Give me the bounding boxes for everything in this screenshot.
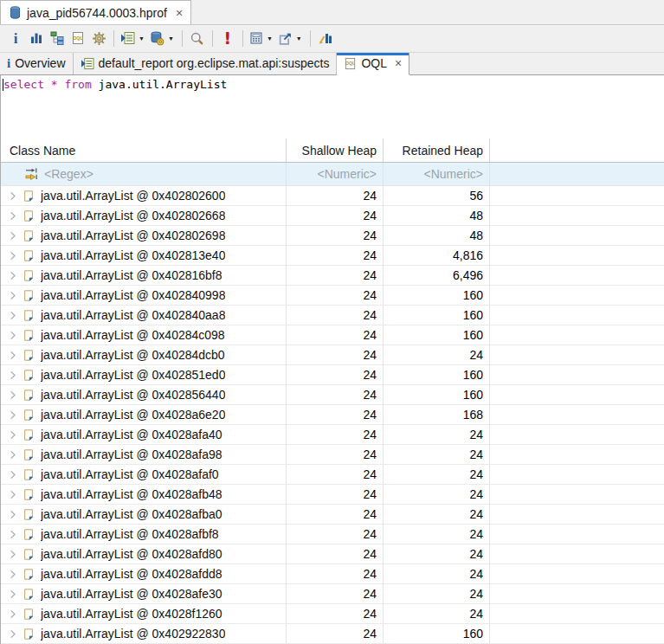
expand-chevron-icon[interactable] — [7, 370, 19, 380]
calculator-button[interactable]: ▼ — [248, 28, 276, 48]
table-row[interactable]: java.util.ArrayList @ 0x4028afdd82424 — [1, 564, 664, 584]
expand-chevron-icon[interactable] — [7, 291, 19, 300]
chevron-down-icon[interactable]: ▼ — [294, 35, 304, 42]
table-row[interactable]: java.util.ArrayList @ 0x4028afa982424 — [1, 445, 664, 465]
chevron-down-icon[interactable]: ▼ — [166, 35, 176, 42]
oql-query-editor[interactable]: select * from java.util.ArrayList — [1, 75, 664, 138]
close-icon[interactable]: × — [176, 6, 183, 20]
class-name-filter-input[interactable]: <Regex> — [44, 167, 93, 181]
tab-oql[interactable]: OQL OQL × — [337, 53, 409, 75]
export-button[interactable]: ▼ — [276, 28, 306, 48]
chevron-down-icon[interactable]: ▼ — [137, 35, 146, 42]
expand-chevron-icon[interactable] — [7, 430, 19, 440]
table-row[interactable]: java.util.ArrayList @ 0x4028afd802424 — [1, 544, 664, 564]
expand-chevron-icon[interactable] — [7, 251, 19, 261]
table-row[interactable]: java.util.ArrayList @ 0x4028afaf02424 — [1, 465, 664, 485]
expand-chevron-icon[interactable] — [7, 589, 19, 599]
heap-dump-database-icon — [9, 6, 22, 19]
search-button[interactable] — [187, 28, 208, 48]
table-body: java.util.ArrayList @ 0x4028026002456jav… — [1, 186, 664, 644]
tab-default-report[interactable]: default_report org.eclipse.mat.api:suspe… — [74, 53, 338, 74]
table-row[interactable]: java.util.ArrayList @ 0x4028a6e2024168 — [1, 405, 664, 425]
expand-chevron-icon[interactable] — [7, 490, 19, 499]
table-row[interactable]: java.util.ArrayList @ 0x40284099824160 — [1, 286, 664, 306]
retained-heap-value: 4,816 — [384, 246, 490, 265]
retained-heap-value: 160 — [384, 624, 490, 643]
expand-chevron-icon[interactable] — [7, 211, 19, 221]
shallow-heap-value: 24 — [287, 584, 384, 603]
table-row[interactable]: java.util.ArrayList @ 0x40292283024160 — [1, 624, 664, 644]
table-row[interactable]: java.util.ArrayList @ 0x4028026982448 — [1, 226, 664, 246]
table-row[interactable]: java.util.ArrayList @ 0x4028afba02424 — [1, 505, 664, 525]
editor-tab-heap-dump[interactable]: java_pid56744.0003.hprof × — [0, 0, 191, 24]
table-row[interactable]: java.util.ArrayList @ 0x4028afa402424 — [1, 425, 664, 445]
expand-chevron-icon[interactable] — [7, 410, 19, 420]
heap-dump-actions-button[interactable]: ▼ — [148, 28, 177, 48]
expand-chevron-icon[interactable] — [7, 390, 19, 400]
svg-text:OQL: OQL — [73, 35, 83, 41]
retained-heap-value: 48 — [384, 206, 490, 225]
retained-heap-filter-input[interactable]: <Numeric> — [384, 163, 490, 185]
shallow-heap-value: 24 — [287, 206, 384, 225]
shallow-heap-value: 24 — [287, 624, 384, 643]
column-header-retained-heap[interactable]: Retained Heap — [384, 138, 490, 162]
table-row[interactable]: java.util.ArrayList @ 0x40285644024160 — [1, 385, 664, 405]
leak-suspects-button[interactable]: ! — [217, 28, 238, 48]
expand-chevron-icon[interactable] — [7, 609, 19, 619]
shallow-heap-value: 24 — [287, 564, 384, 583]
expand-chevron-icon[interactable] — [7, 450, 19, 460]
expand-chevron-icon[interactable] — [7, 311, 19, 320]
tab-overview[interactable]: i Overview — [0, 53, 74, 74]
table-row[interactable]: java.util.ArrayList @ 0x4028026002456 — [1, 186, 664, 206]
chevron-down-icon[interactable]: ▼ — [265, 35, 274, 42]
column-header-shallow-heap[interactable]: Shallow Heap — [287, 138, 384, 162]
expand-chevron-icon[interactable] — [7, 550, 19, 559]
object-label: java.util.ArrayList @ 0x4028afa40 — [41, 428, 222, 441]
retained-heap-value: 160 — [384, 286, 490, 305]
table-row[interactable]: java.util.ArrayList @ 0x402851ed024160 — [1, 365, 664, 385]
object-label: java.util.ArrayList @ 0x4028afa98 — [41, 448, 222, 461]
query-browser-button[interactable]: ▼ — [119, 28, 148, 48]
overview-button[interactable]: i — [5, 28, 26, 48]
expand-chevron-icon[interactable] — [7, 570, 19, 579]
expand-chevron-icon[interactable] — [7, 191, 19, 201]
expand-chevron-icon[interactable] — [7, 530, 19, 539]
expand-chevron-icon[interactable] — [7, 351, 19, 360]
compare-button[interactable] — [315, 28, 336, 48]
table-row[interactable]: java.util.ArrayList @ 0x402813e40244,816 — [1, 246, 664, 266]
oql-button[interactable]: OQL — [68, 28, 88, 48]
object-label: java.util.ArrayList @ 0x402813e40 — [41, 248, 225, 262]
table-row[interactable]: java.util.ArrayList @ 0x4028026682448 — [1, 206, 664, 226]
expert-test-button[interactable] — [88, 28, 109, 48]
dominator-tree-button[interactable] — [47, 28, 68, 48]
expand-chevron-icon[interactable] — [7, 231, 19, 241]
close-icon[interactable]: × — [395, 56, 402, 70]
toolbar-separator — [182, 30, 183, 47]
retained-heap-value: 160 — [384, 385, 490, 404]
histogram-button[interactable] — [26, 28, 47, 48]
table-row[interactable]: java.util.ArrayList @ 0x40284c09824160 — [1, 325, 664, 345]
expand-chevron-icon[interactable] — [7, 331, 19, 340]
object-label: java.util.ArrayList @ 0x402922830 — [41, 627, 225, 641]
expand-chevron-icon[interactable] — [7, 470, 19, 480]
table-row[interactable]: java.util.ArrayList @ 0x4028afbf82424 — [1, 525, 664, 544]
table-row[interactable]: java.util.ArrayList @ 0x402816bf8246,496 — [1, 266, 664, 286]
expand-chevron-icon[interactable] — [7, 271, 19, 280]
object-label: java.util.ArrayList @ 0x4028afe30 — [41, 587, 222, 601]
column-header-class-name[interactable]: Class Name — [1, 138, 287, 162]
toolbar: i OQL ▼ ▼ ! ▼ — [0, 25, 664, 53]
editor-tab-title: java_pid56744.0003.hprof — [27, 6, 167, 20]
table-row[interactable]: java.util.ArrayList @ 0x40284dcb02424 — [1, 345, 664, 365]
table-row[interactable]: java.util.ArrayList @ 0x402840aa824160 — [1, 306, 664, 325]
expand-chevron-icon[interactable] — [7, 629, 19, 639]
object-label: java.util.ArrayList @ 0x402816bf8 — [41, 268, 222, 282]
table-header: Class Name Shallow Heap Retained Heap — [1, 138, 664, 163]
object-instance-icon — [23, 548, 35, 561]
table-row[interactable]: java.util.ArrayList @ 0x4028afe302424 — [1, 584, 664, 604]
shallow-heap-value: 24 — [287, 286, 384, 305]
table-row[interactable]: java.util.ArrayList @ 0x4028afb482424 — [1, 485, 664, 505]
object-instance-icon — [23, 229, 35, 242]
expand-chevron-icon[interactable] — [7, 510, 19, 519]
table-row[interactable]: java.util.ArrayList @ 0x4028f12602424 — [1, 604, 664, 624]
shallow-heap-filter-input[interactable]: <Numeric> — [287, 163, 384, 185]
